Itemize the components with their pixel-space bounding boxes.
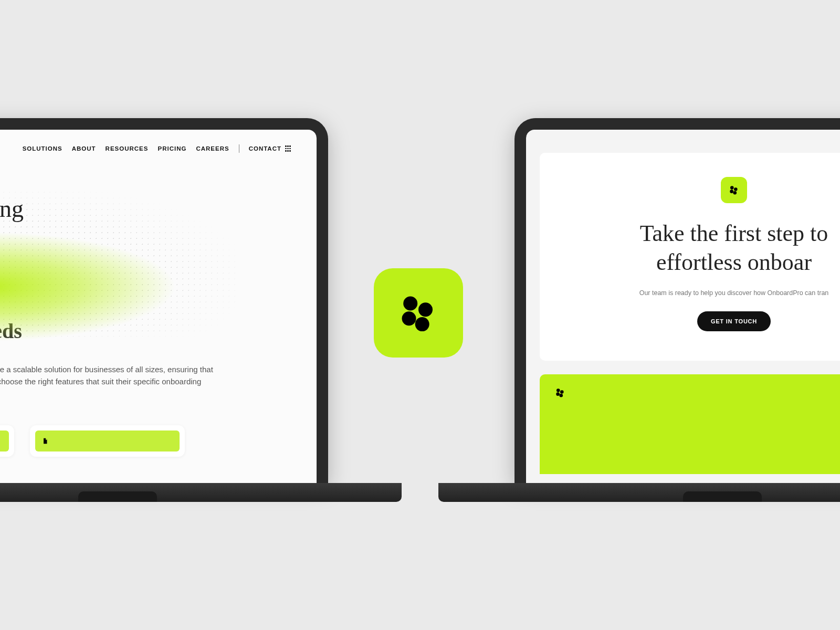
hero-section: Pricing: [0, 153, 317, 305]
laptop-mockup-right: Take the first step to effortless onboar…: [514, 118, 840, 483]
pricing-card[interactable]: [0, 425, 14, 457]
grid-icon: [285, 145, 291, 152]
doc-icon: [41, 437, 49, 445]
nav-careers[interactable]: CAREERS: [196, 145, 229, 152]
nav-solutions[interactable]: SOLUTIONS: [23, 145, 62, 152]
dots-logo-icon: [554, 387, 566, 398]
cta-line1: Take the first step to: [640, 220, 828, 246]
get-in-touch-button[interactable]: GET IN TOUCH: [697, 311, 771, 331]
laptop-mockup-left: SOLUTIONS ABOUT RESOURCES PRICING CAREER…: [0, 118, 328, 483]
dots-logo-icon: [395, 289, 442, 337]
brand-logo-large: [374, 268, 463, 358]
page-title: Pricing: [0, 195, 317, 223]
nav-divider: [239, 144, 239, 153]
screen-pricing: SOLUTIONS ABOUT RESOURCES PRICING CAREER…: [0, 130, 317, 483]
pricing-cards-row: [0, 400, 317, 457]
nav-about[interactable]: ABOUT: [72, 145, 96, 152]
nav-contact-label: CONTACT: [249, 145, 281, 152]
card-banner: [0, 430, 9, 452]
brand-logo-small: [721, 177, 747, 203]
cta-headline: Take the first step to effortless onboar: [556, 219, 840, 277]
dots-logo-icon: [728, 184, 740, 196]
section-description: These plans provide a scalable solution …: [0, 343, 250, 400]
top-nav: SOLUTIONS ABOUT RESOURCES PRICING CAREER…: [0, 130, 317, 153]
screen-cta: Take the first step to effortless onboar…: [526, 130, 840, 483]
trackpad-notch: [78, 491, 157, 502]
cta-line2: effortless onboar: [656, 249, 812, 275]
laptop-base-right: [438, 483, 840, 502]
footer-logo: [554, 387, 566, 398]
nav-resources[interactable]: RESOURCES: [106, 145, 149, 152]
card-banner: [35, 430, 180, 452]
nav-pricing[interactable]: PRICING: [158, 145, 186, 152]
pricing-card[interactable]: [30, 425, 185, 457]
laptop-base-left: [0, 483, 402, 502]
cta-subtext: Our team is ready to help you discover h…: [556, 289, 840, 297]
section-subheading: your needs: [0, 305, 317, 343]
footer: PRODUCT SOLUTIONS PRICING RESOURCES: [540, 374, 840, 474]
cta-card: Take the first step to effortless onboar…: [540, 153, 840, 361]
trackpad-notch: [683, 491, 762, 502]
nav-contact[interactable]: CONTACT: [249, 145, 291, 152]
